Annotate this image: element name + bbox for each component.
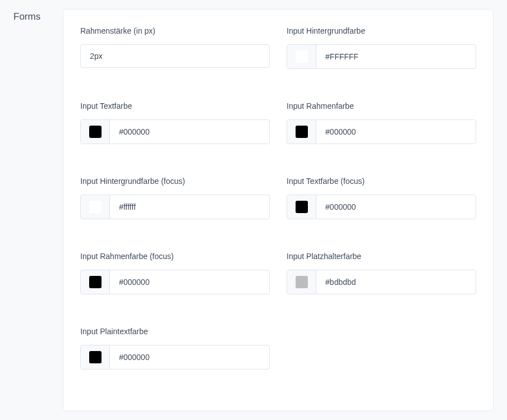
swatch-wrapper-text[interactable]: [81, 120, 110, 144]
input-border-color[interactable]: [316, 120, 476, 144]
color-group-bg-focus: [80, 195, 270, 219]
section-title: Forms: [13, 9, 40, 411]
input-border-width[interactable]: [80, 44, 270, 68]
field-text-color: Input Textfarbe: [80, 101, 270, 144]
label-border-color: Input Rahmenfarbe: [287, 101, 476, 110]
swatch-plaintext: [89, 351, 102, 363]
form-grid: Rahmenstärke (in px) Input Hintergrundfa…: [80, 26, 476, 370]
swatch-bg-focus: [89, 201, 102, 213]
color-group-placeholder: [287, 270, 476, 294]
field-placeholder-color: Input Platzhalterfarbe: [287, 252, 476, 294]
field-text-color-focus: Input Textfarbe (focus): [287, 177, 476, 219]
page-container: Forms Rahmenstärke (in px) Input Hinterg…: [0, 0, 507, 420]
field-border-width: Rahmenstärke (in px): [80, 26, 270, 69]
label-text-color: Input Textfarbe: [80, 101, 270, 110]
label-text-color-focus: Input Textfarbe (focus): [287, 177, 476, 186]
input-bg-color[interactable]: [316, 45, 476, 68]
field-bg-color: Input Hintergrundfarbe: [287, 26, 476, 69]
input-text-color[interactable]: [110, 120, 269, 144]
form-card: Rahmenstärke (in px) Input Hintergrundfa…: [63, 9, 494, 411]
color-group-border-focus: [80, 270, 270, 294]
label-bg-color-focus: Input Hintergrundfarbe (focus): [80, 177, 270, 186]
input-text-color-focus[interactable]: [316, 195, 476, 219]
swatch-bg: [296, 50, 308, 63]
swatch-text-focus: [296, 201, 308, 213]
label-border-width: Rahmenstärke (in px): [80, 26, 270, 35]
swatch-wrapper-bg-focus[interactable]: [81, 195, 110, 219]
label-bg-color: Input Hintergrundfarbe: [287, 26, 476, 35]
swatch-wrapper-border-focus[interactable]: [81, 270, 110, 294]
swatch-border-focus: [89, 276, 102, 288]
color-group-plaintext: [80, 345, 270, 370]
input-plaintext-color[interactable]: [110, 345, 269, 369]
input-placeholder-color[interactable]: [316, 270, 476, 294]
color-group-text-focus: [287, 195, 476, 219]
swatch-placeholder: [296, 276, 308, 288]
swatch-wrapper-bg[interactable]: [287, 45, 316, 68]
swatch-wrapper-placeholder[interactable]: [287, 270, 316, 294]
color-group-text: [80, 119, 270, 144]
input-border-color-focus[interactable]: [110, 270, 269, 294]
field-plaintext-color: Input Plaintextfarbe: [80, 327, 270, 370]
field-border-color: Input Rahmenfarbe: [287, 101, 476, 144]
field-border-color-focus: Input Rahmenfarbe (focus): [80, 252, 270, 294]
swatch-wrapper-border[interactable]: [287, 120, 316, 144]
field-bg-color-focus: Input Hintergrundfarbe (focus): [80, 177, 270, 219]
label-placeholder-color: Input Platzhalterfarbe: [287, 252, 476, 261]
color-group-bg: [287, 44, 476, 69]
swatch-wrapper-text-focus[interactable]: [287, 195, 316, 219]
label-border-color-focus: Input Rahmenfarbe (focus): [80, 252, 270, 261]
swatch-text: [89, 126, 102, 138]
swatch-wrapper-plaintext[interactable]: [81, 345, 110, 369]
input-bg-color-focus[interactable]: [110, 195, 269, 219]
swatch-border: [296, 126, 308, 138]
label-plaintext-color: Input Plaintextfarbe: [80, 327, 270, 336]
color-group-border: [287, 119, 476, 144]
